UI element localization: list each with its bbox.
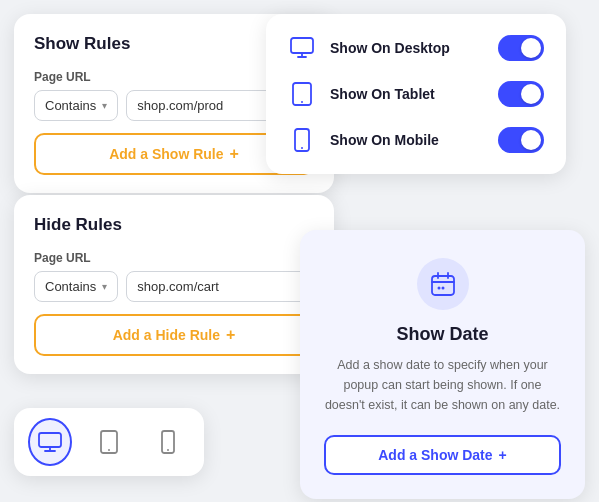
plus-icon: +	[499, 447, 507, 463]
mobile-icon	[288, 126, 316, 154]
mobile-toggle-label: Show On Mobile	[330, 132, 484, 148]
show-date-card: Show Date Add a show date to specify whe…	[300, 230, 585, 499]
svg-point-4	[301, 147, 303, 149]
plus-icon: +	[226, 326, 235, 344]
desktop-icon	[288, 34, 316, 62]
hide-rules-row: Contains ▾ shop.com/cart	[34, 271, 314, 302]
desktop-toggle-switch[interactable]	[498, 35, 544, 61]
plus-icon: +	[230, 145, 239, 163]
svg-point-2	[301, 101, 303, 103]
device-toggles-card: Show On Desktop Show On Tablet Show On M…	[266, 14, 566, 174]
hide-rules-field-label: Page URL	[34, 251, 314, 265]
svg-rect-0	[291, 38, 313, 53]
hide-rules-dropdown[interactable]: Contains ▾	[34, 271, 118, 302]
svg-point-6	[437, 287, 440, 290]
tablet-icon	[288, 80, 316, 108]
show-date-description: Add a show date to specify when your pop…	[324, 355, 561, 415]
desktop-toggle-row: Show On Desktop	[288, 34, 544, 62]
add-hide-rule-button[interactable]: Add a Hide Rule +	[34, 314, 314, 356]
svg-rect-5	[432, 276, 454, 295]
desktop-toggle-label: Show On Desktop	[330, 40, 484, 56]
hide-rules-card: Hide Rules Page URL Contains ▾ shop.com/…	[14, 195, 334, 374]
tablet-toggle-label: Show On Tablet	[330, 86, 484, 102]
device-selector-card	[14, 408, 204, 476]
svg-point-10	[108, 449, 110, 451]
add-show-date-button[interactable]: Add a Show Date +	[324, 435, 561, 475]
tablet-selector-button[interactable]	[88, 418, 131, 466]
show-rules-dropdown[interactable]: Contains ▾	[34, 90, 118, 121]
mobile-toggle-switch[interactable]	[498, 127, 544, 153]
hide-rules-title: Hide Rules	[34, 215, 314, 235]
chevron-down-icon: ▾	[102, 100, 107, 111]
svg-rect-8	[39, 433, 61, 447]
chevron-down-icon: ▾	[102, 281, 107, 292]
tablet-toggle-switch[interactable]	[498, 81, 544, 107]
calendar-icon	[417, 258, 469, 310]
tablet-toggle-row: Show On Tablet	[288, 80, 544, 108]
mobile-selector-button[interactable]	[147, 418, 190, 466]
show-date-title: Show Date	[324, 324, 561, 345]
hide-rules-url-input[interactable]: shop.com/cart	[126, 271, 314, 302]
svg-point-7	[441, 287, 444, 290]
desktop-selector-button[interactable]	[28, 418, 72, 466]
svg-point-12	[167, 449, 169, 451]
mobile-toggle-row: Show On Mobile	[288, 126, 544, 154]
